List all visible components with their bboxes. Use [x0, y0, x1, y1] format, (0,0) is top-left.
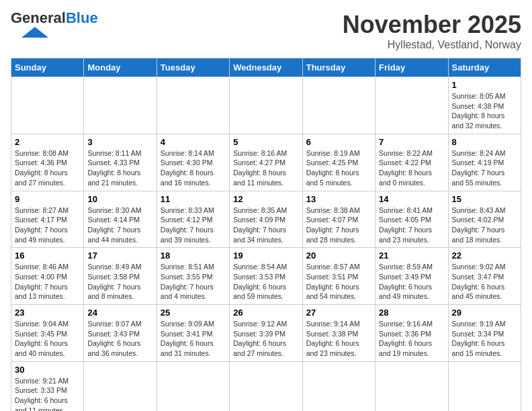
day-cell	[157, 361, 229, 411]
weekday-header-monday: Monday	[84, 58, 157, 77]
day-number: 25	[161, 308, 226, 318]
day-number: 16	[15, 250, 80, 261]
day-info: Sunrise: 8:24 AM Sunset: 4:19 PM Dayligh…	[452, 148, 517, 188]
day-number: 10	[87, 194, 152, 204]
day-info: Sunrise: 8:51 AM Sunset: 3:55 PM Dayligh…	[161, 262, 226, 302]
day-cell: 14Sunrise: 8:41 AM Sunset: 4:05 PM Dayli…	[375, 191, 448, 248]
day-number: 28	[379, 308, 444, 318]
day-cell: 27Sunrise: 9:14 AM Sunset: 3:38 PM Dayli…	[302, 305, 375, 362]
day-cell: 15Sunrise: 8:43 AM Sunset: 4:02 PM Dayli…	[448, 191, 521, 248]
day-number: 2	[15, 137, 80, 147]
day-info: Sunrise: 8:11 AM Sunset: 4:33 PM Dayligh…	[87, 148, 152, 188]
location-title: Hyllestad, Vestland, Norway	[343, 39, 521, 51]
day-number: 21	[379, 250, 444, 261]
day-cell: 24Sunrise: 9:07 AM Sunset: 3:43 PM Dayli…	[84, 305, 157, 362]
day-info: Sunrise: 8:41 AM Sunset: 4:05 PM Dayligh…	[379, 205, 444, 245]
day-cell	[230, 361, 302, 411]
day-number: 23	[15, 308, 80, 318]
day-cell	[157, 77, 229, 134]
day-cell: 5Sunrise: 8:16 AM Sunset: 4:27 PM Daylig…	[230, 134, 302, 191]
day-cell	[302, 77, 375, 134]
day-number: 22	[452, 250, 517, 261]
day-cell: 26Sunrise: 9:12 AM Sunset: 3:39 PM Dayli…	[230, 305, 302, 362]
day-info: Sunrise: 8:05 AM Sunset: 4:38 PM Dayligh…	[452, 91, 517, 131]
week-row-1: 1Sunrise: 8:05 AM Sunset: 4:38 PM Daylig…	[11, 77, 521, 134]
day-number: 4	[161, 137, 226, 147]
day-cell: 17Sunrise: 8:49 AM Sunset: 3:58 PM Dayli…	[84, 248, 157, 305]
day-number: 12	[233, 194, 298, 204]
day-info: Sunrise: 8:33 AM Sunset: 4:12 PM Dayligh…	[161, 205, 226, 245]
day-number: 26	[233, 308, 298, 318]
week-row-4: 16Sunrise: 8:46 AM Sunset: 4:00 PM Dayli…	[11, 248, 521, 305]
week-row-2: 2Sunrise: 8:08 AM Sunset: 4:36 PM Daylig…	[11, 134, 521, 191]
day-cell: 13Sunrise: 8:38 AM Sunset: 4:07 PM Dayli…	[302, 191, 375, 248]
day-info: Sunrise: 9:21 AM Sunset: 3:33 PM Dayligh…	[15, 376, 80, 411]
day-number: 19	[233, 250, 298, 261]
day-cell	[375, 361, 448, 411]
day-number: 6	[306, 137, 371, 147]
week-row-5: 23Sunrise: 9:04 AM Sunset: 3:45 PM Dayli…	[11, 305, 521, 362]
logo: General Blue	[11, 11, 98, 39]
day-cell: 11Sunrise: 8:33 AM Sunset: 4:12 PM Dayli…	[157, 191, 229, 248]
day-cell: 28Sunrise: 9:16 AM Sunset: 3:36 PM Dayli…	[375, 305, 448, 362]
weekday-header-saturday: Saturday	[448, 58, 521, 77]
day-number: 20	[306, 250, 371, 261]
day-cell: 21Sunrise: 8:59 AM Sunset: 3:49 PM Dayli…	[375, 248, 448, 305]
day-cell	[302, 361, 375, 411]
weekday-header-friday: Friday	[375, 58, 448, 77]
day-info: Sunrise: 8:59 AM Sunset: 3:49 PM Dayligh…	[379, 262, 444, 302]
day-number: 11	[161, 194, 226, 204]
day-cell: 8Sunrise: 8:24 AM Sunset: 4:19 PM Daylig…	[448, 134, 521, 191]
day-cell: 7Sunrise: 8:22 AM Sunset: 4:22 PM Daylig…	[375, 134, 448, 191]
day-cell: 6Sunrise: 8:19 AM Sunset: 4:25 PM Daylig…	[302, 134, 375, 191]
title-area: November 2025 Hyllestad, Vestland, Norwa…	[343, 11, 521, 51]
day-cell: 30Sunrise: 9:21 AM Sunset: 3:33 PM Dayli…	[11, 361, 84, 411]
day-number: 27	[306, 308, 371, 318]
day-cell	[84, 77, 157, 134]
weekday-header-thursday: Thursday	[302, 58, 375, 77]
weekday-header-tuesday: Tuesday	[157, 58, 229, 77]
day-cell: 22Sunrise: 9:02 AM Sunset: 3:47 PM Dayli…	[448, 248, 521, 305]
day-number: 15	[452, 194, 517, 204]
day-cell: 1Sunrise: 8:05 AM Sunset: 4:38 PM Daylig…	[448, 77, 521, 134]
logo-general: General	[11, 11, 66, 26]
day-info: Sunrise: 9:12 AM Sunset: 3:39 PM Dayligh…	[233, 319, 298, 359]
day-cell	[448, 361, 521, 411]
day-info: Sunrise: 8:22 AM Sunset: 4:22 PM Dayligh…	[379, 148, 444, 188]
day-number: 18	[161, 250, 226, 261]
weekday-header-wednesday: Wednesday	[230, 58, 302, 77]
day-cell: 29Sunrise: 9:19 AM Sunset: 3:34 PM Dayli…	[448, 305, 521, 362]
day-cell: 20Sunrise: 8:57 AM Sunset: 3:51 PM Dayli…	[302, 248, 375, 305]
day-info: Sunrise: 9:16 AM Sunset: 3:36 PM Dayligh…	[379, 319, 444, 359]
header: General Blue November 2025 Hyllestad, Ve…	[11, 11, 521, 51]
day-cell: 4Sunrise: 8:14 AM Sunset: 4:30 PM Daylig…	[157, 134, 229, 191]
day-number: 13	[306, 194, 371, 204]
day-info: Sunrise: 9:02 AM Sunset: 3:47 PM Dayligh…	[452, 262, 517, 302]
day-info: Sunrise: 8:30 AM Sunset: 4:14 PM Dayligh…	[87, 205, 152, 245]
day-cell	[84, 361, 157, 411]
day-info: Sunrise: 8:19 AM Sunset: 4:25 PM Dayligh…	[306, 148, 371, 188]
day-info: Sunrise: 8:49 AM Sunset: 3:58 PM Dayligh…	[87, 262, 152, 302]
day-number: 5	[233, 137, 298, 147]
day-cell: 25Sunrise: 9:09 AM Sunset: 3:41 PM Dayli…	[157, 305, 229, 362]
day-info: Sunrise: 8:35 AM Sunset: 4:09 PM Dayligh…	[233, 205, 298, 245]
day-info: Sunrise: 8:43 AM Sunset: 4:02 PM Dayligh…	[452, 205, 517, 245]
day-info: Sunrise: 8:54 AM Sunset: 3:53 PM Dayligh…	[233, 262, 298, 302]
week-row-3: 9Sunrise: 8:27 AM Sunset: 4:17 PM Daylig…	[11, 191, 521, 248]
svg-marker-0	[21, 27, 48, 38]
day-number: 29	[452, 308, 517, 318]
day-info: Sunrise: 9:04 AM Sunset: 3:45 PM Dayligh…	[15, 319, 80, 359]
weekday-header-row: SundayMondayTuesdayWednesdayThursdayFrid…	[11, 58, 521, 77]
day-number: 9	[15, 194, 80, 204]
day-number: 8	[452, 137, 517, 147]
logo-blue: Blue	[66, 11, 98, 26]
day-info: Sunrise: 9:07 AM Sunset: 3:43 PM Dayligh…	[87, 319, 152, 359]
day-number: 3	[87, 137, 152, 147]
day-cell: 16Sunrise: 8:46 AM Sunset: 4:00 PM Dayli…	[11, 248, 84, 305]
day-number: 17	[87, 250, 152, 261]
month-title: November 2025	[343, 11, 521, 39]
day-info: Sunrise: 9:19 AM Sunset: 3:34 PM Dayligh…	[452, 319, 517, 359]
day-cell	[11, 77, 84, 134]
day-info: Sunrise: 8:46 AM Sunset: 4:00 PM Dayligh…	[15, 262, 80, 302]
day-cell: 10Sunrise: 8:30 AM Sunset: 4:14 PM Dayli…	[84, 191, 157, 248]
